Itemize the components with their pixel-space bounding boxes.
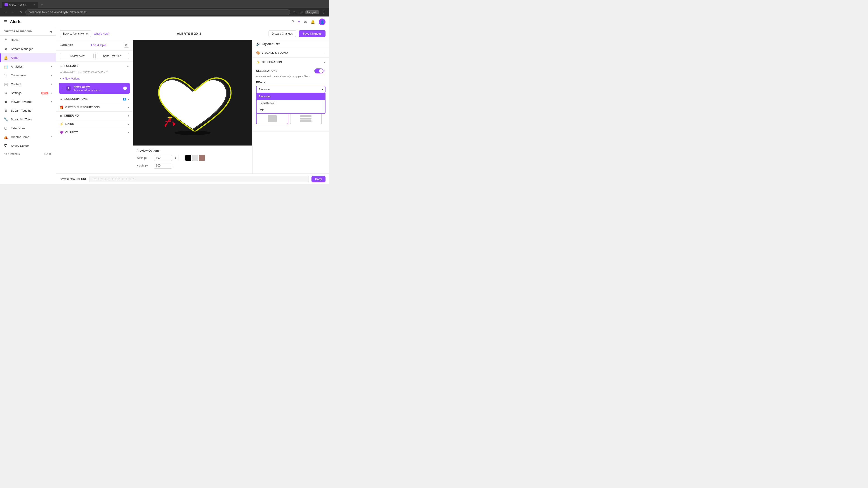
variants-label: VARIANTS — [60, 44, 73, 46]
sidebar-item-settings[interactable]: ⚙ Settings NEW ▾ — [0, 89, 56, 97]
edit-multiple-button[interactable]: Edit Multiple — [91, 43, 106, 47]
safety-center-icon: 🛡 — [4, 144, 8, 148]
color-swatch-brown[interactable] — [199, 155, 205, 161]
discard-changes-button[interactable]: Discard Changes — [269, 30, 296, 37]
effects-dropdown-container: Fireworks ▾ Fireworks Flamethrower Rain — [256, 86, 326, 93]
preview-options-title: Preview Options — [136, 149, 249, 152]
active-tab[interactable]: Alerts - Twitch × — [2, 2, 38, 8]
hamburger-button[interactable]: ☰ — [4, 20, 7, 24]
bookmark-button[interactable]: ☆ — [292, 9, 297, 15]
follows-section-header[interactable]: ♡ FOLLOWS ▲ — [56, 62, 133, 70]
sidebar-item-label: Creator Camp — [11, 135, 48, 139]
viewer-rewards-icon: ★ — [4, 100, 8, 104]
person-add-icon: 👥 — [123, 97, 126, 101]
tab-close-button[interactable]: × — [33, 3, 35, 6]
effects-dropdown-trigger[interactable]: Fireworks ▾ — [256, 86, 326, 93]
sidebar: CREATOR DASHBOARD ◀ ⊙ Home ◈ Stream Mana… — [0, 27, 56, 184]
height-input[interactable] — [154, 163, 172, 168]
main-toolbar: Back to Alerts Home What's New? ALERTS B… — [56, 27, 329, 40]
area-preview-right[interactable] — [290, 113, 322, 124]
follows-chevron: ▲ — [127, 65, 129, 67]
celebrations-info-icon[interactable]: ℹ — [324, 69, 326, 72]
address-bar[interactable]: dashboard.twitch.tv/u/moodjoy071/stream-… — [25, 9, 290, 15]
new-variant-label: + New Variant — [63, 77, 80, 80]
celebrations-toggle-area: ℹ — [314, 68, 326, 73]
magic-button[interactable]: ✦ — [298, 20, 301, 24]
extensions-button[interactable]: ⊞ — [299, 9, 304, 15]
browser-chrome: Alerts - Twitch × + ← → ↻ dashboard.twit… — [0, 0, 329, 17]
send-test-alert-button[interactable]: Send Test Alert — [95, 53, 129, 59]
extensions-sidebar-icon: ⬡ — [4, 126, 8, 130]
raids-header[interactable]: ⚡ RAIDS ▾ — [56, 120, 133, 128]
area-preview-center[interactable] — [256, 113, 288, 124]
width-row: Width px ℹ — [136, 155, 249, 161]
sidebar-item-creator-camp[interactable]: ⛺ Creator Camp ↗ — [0, 133, 56, 141]
whats-new-button[interactable]: What's New? — [94, 32, 110, 35]
notifications-button[interactable]: 🔔 — [311, 20, 315, 24]
preview-alert-button[interactable]: Preview Alert — [60, 53, 94, 59]
sidebar-item-streaming-tools[interactable]: 🔧 Streaming Tools — [0, 115, 56, 124]
sidebar-item-label: Stream Manager — [11, 47, 52, 51]
area-inner-center — [268, 115, 277, 122]
viewer-rewards-chevron: ▾ — [51, 101, 52, 103]
preview-right-wrapper: Preview Options Width px ℹ — [133, 40, 329, 173]
variant-toggle[interactable] — [119, 86, 127, 91]
sidebar-item-label: Extensions — [11, 127, 52, 130]
forward-button[interactable]: → — [10, 9, 16, 15]
sidebar-item-home[interactable]: ⊙ Home — [0, 36, 56, 44]
visuals-sound-section: 🎨 VISUALS & SOUND ▾ — [252, 48, 329, 58]
drag-handle[interactable]: ⠿ — [61, 87, 64, 90]
effects-option-flamethrower[interactable]: Flamethrower — [256, 100, 325, 107]
sidebar-item-stream-manager[interactable]: ◈ Stream Manager — [0, 44, 56, 53]
home-icon: ⊙ — [4, 38, 8, 42]
color-swatch-white[interactable] — [179, 155, 184, 161]
effects-option-fireworks[interactable]: Fireworks — [256, 93, 325, 100]
sidebar-item-alerts[interactable]: 🔔 Alerts — [0, 53, 56, 62]
back-button[interactable]: ← — [3, 9, 8, 15]
avatar-button[interactable]: 👤 — [319, 19, 326, 25]
color-swatch-gray[interactable] — [192, 155, 198, 161]
new-variant-button[interactable]: + + New Variant — [56, 75, 83, 82]
help-button[interactable]: ? — [292, 20, 294, 24]
copy-button[interactable]: Copy — [311, 176, 326, 182]
tab-title: Alerts - Twitch — [9, 3, 26, 6]
subscriptions-section: ★ SUBSCRIPTIONS 👥 ▾ — [56, 95, 133, 103]
analytics-icon: 📊 — [4, 64, 8, 69]
address-text: dashboard.twitch.tv/u/moodjoy071/stream-… — [29, 11, 86, 14]
right-panel: 🔊 Say Alert Text 🎨 VISUALS & SOUND ▾ — [252, 40, 329, 173]
variants-panel: VARIANTS Edit Multiple ⧉ Preview Alert S… — [56, 40, 133, 173]
subscriptions-header[interactable]: ★ SUBSCRIPTIONS 👥 ▾ — [56, 95, 133, 103]
celebration-header[interactable]: ✨ CELEBRATION ▲ — [252, 58, 329, 67]
variants-header: VARIANTS Edit Multiple ⧉ — [56, 40, 133, 51]
gifted-header[interactable]: 🎁 GIFTED SUBSCRIPTIONS ▾ — [56, 103, 133, 111]
effects-option-rain[interactable]: Rain — [256, 107, 325, 113]
sidebar-item-label: Safety Center — [11, 144, 52, 148]
sidebar-collapse-button[interactable]: ◀ — [50, 30, 52, 33]
cheering-header[interactable]: ◆ CHEERING ▾ — [56, 111, 133, 120]
back-to-alerts-home-button[interactable]: Back to Alerts Home — [60, 30, 91, 37]
email-button[interactable]: ✉ — [304, 20, 307, 24]
width-input[interactable] — [154, 155, 172, 161]
sidebar-item-content[interactable]: ▤ Content ▾ — [0, 80, 56, 89]
browser-menu-button[interactable]: ⋮ — [321, 9, 327, 15]
app-header: ☰ Alerts ? ✦ ✉ 🔔 👤 — [0, 17, 329, 27]
charity-header[interactable]: 💜 CHARITY ▾ — [56, 128, 133, 136]
sidebar-item-community[interactable]: ♡ Community ▾ — [0, 71, 56, 80]
visuals-sound-header[interactable]: 🎨 VISUALS & SOUND ▾ — [252, 48, 329, 57]
app-title: Alerts — [10, 20, 22, 24]
sidebar-item-stream-together[interactable]: ⊕ Stream Together — [0, 106, 56, 115]
sidebar-item-extensions[interactable]: ⬡ Extensions — [0, 124, 56, 133]
reload-button[interactable]: ↻ — [18, 9, 24, 15]
save-changes-button[interactable]: Save Changes — [299, 30, 326, 37]
preview-info-icon[interactable]: ℹ — [175, 156, 176, 160]
sidebar-item-viewer-rewards[interactable]: ★ Viewer Rewards ▾ — [0, 97, 56, 106]
height-label: Height px — [136, 164, 151, 167]
sidebar-item-label: Settings — [11, 91, 38, 95]
new-tab-button[interactable]: + — [39, 2, 44, 8]
celebrations-toggle[interactable] — [314, 68, 323, 73]
sidebar-item-analytics[interactable]: 📊 Analytics ▾ — [0, 62, 56, 71]
charity-title: CHARITY — [65, 131, 126, 134]
sidebar-item-safety-center[interactable]: 🛡 Safety Center — [0, 141, 56, 150]
copy-variants-button[interactable]: ⧉ — [124, 43, 129, 48]
color-swatch-black[interactable] — [185, 155, 191, 161]
